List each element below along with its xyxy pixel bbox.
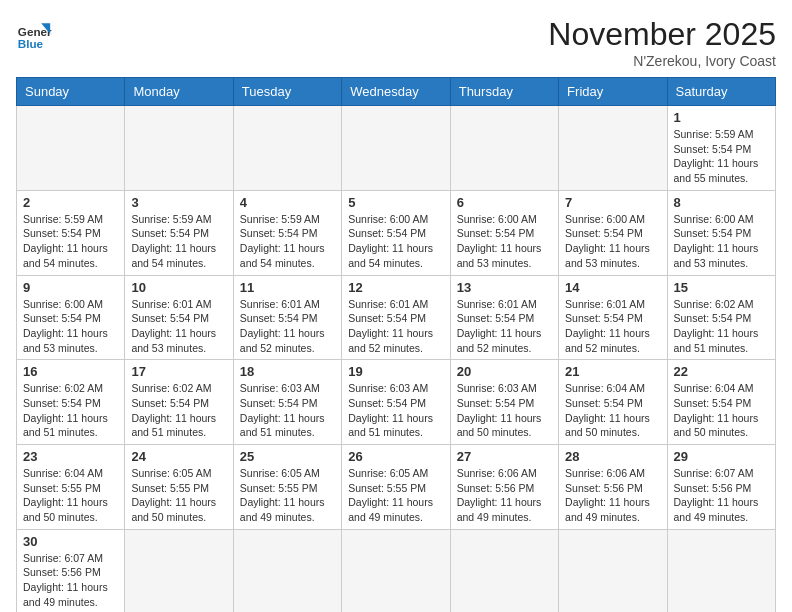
calendar-cell: 27Sunrise: 6:06 AMSunset: 5:56 PMDayligh…	[450, 445, 558, 530]
day-info: Sunrise: 6:06 AMSunset: 5:56 PMDaylight:…	[565, 466, 660, 525]
month-title: November 2025	[548, 16, 776, 53]
calendar-cell	[125, 106, 233, 191]
day-number: 11	[240, 280, 335, 295]
week-row-6: 30Sunrise: 6:07 AMSunset: 5:56 PMDayligh…	[17, 529, 776, 612]
day-number: 7	[565, 195, 660, 210]
week-row-1: 1Sunrise: 5:59 AMSunset: 5:54 PMDaylight…	[17, 106, 776, 191]
day-number: 18	[240, 364, 335, 379]
calendar-cell: 7Sunrise: 6:00 AMSunset: 5:54 PMDaylight…	[559, 190, 667, 275]
day-info: Sunrise: 6:05 AMSunset: 5:55 PMDaylight:…	[240, 466, 335, 525]
day-number: 8	[674, 195, 769, 210]
weekday-header-wednesday: Wednesday	[342, 78, 450, 106]
day-info: Sunrise: 5:59 AMSunset: 5:54 PMDaylight:…	[23, 212, 118, 271]
day-info: Sunrise: 6:00 AMSunset: 5:54 PMDaylight:…	[23, 297, 118, 356]
day-number: 30	[23, 534, 118, 549]
calendar-cell	[342, 529, 450, 612]
day-info: Sunrise: 6:02 AMSunset: 5:54 PMDaylight:…	[131, 381, 226, 440]
day-info: Sunrise: 5:59 AMSunset: 5:54 PMDaylight:…	[240, 212, 335, 271]
page-header: General Blue November 2025 N'Zerekou, Iv…	[16, 16, 776, 69]
calendar-cell: 2Sunrise: 5:59 AMSunset: 5:54 PMDaylight…	[17, 190, 125, 275]
day-number: 28	[565, 449, 660, 464]
day-info: Sunrise: 6:02 AMSunset: 5:54 PMDaylight:…	[23, 381, 118, 440]
day-info: Sunrise: 6:01 AMSunset: 5:54 PMDaylight:…	[457, 297, 552, 356]
day-info: Sunrise: 6:00 AMSunset: 5:54 PMDaylight:…	[348, 212, 443, 271]
calendar-cell: 23Sunrise: 6:04 AMSunset: 5:55 PMDayligh…	[17, 445, 125, 530]
day-number: 12	[348, 280, 443, 295]
day-info: Sunrise: 6:04 AMSunset: 5:54 PMDaylight:…	[565, 381, 660, 440]
title-block: November 2025 N'Zerekou, Ivory Coast	[548, 16, 776, 69]
calendar-cell	[125, 529, 233, 612]
calendar-cell: 17Sunrise: 6:02 AMSunset: 5:54 PMDayligh…	[125, 360, 233, 445]
calendar-cell: 22Sunrise: 6:04 AMSunset: 5:54 PMDayligh…	[667, 360, 775, 445]
day-number: 25	[240, 449, 335, 464]
day-number: 20	[457, 364, 552, 379]
calendar-cell: 21Sunrise: 6:04 AMSunset: 5:54 PMDayligh…	[559, 360, 667, 445]
weekday-header-saturday: Saturday	[667, 78, 775, 106]
day-info: Sunrise: 6:05 AMSunset: 5:55 PMDaylight:…	[131, 466, 226, 525]
calendar-cell: 13Sunrise: 6:01 AMSunset: 5:54 PMDayligh…	[450, 275, 558, 360]
day-info: Sunrise: 6:02 AMSunset: 5:54 PMDaylight:…	[674, 297, 769, 356]
day-info: Sunrise: 6:06 AMSunset: 5:56 PMDaylight:…	[457, 466, 552, 525]
calendar-cell: 5Sunrise: 6:00 AMSunset: 5:54 PMDaylight…	[342, 190, 450, 275]
calendar-cell	[233, 529, 341, 612]
day-info: Sunrise: 6:01 AMSunset: 5:54 PMDaylight:…	[565, 297, 660, 356]
day-number: 3	[131, 195, 226, 210]
day-number: 16	[23, 364, 118, 379]
calendar-cell	[667, 529, 775, 612]
calendar-cell: 16Sunrise: 6:02 AMSunset: 5:54 PMDayligh…	[17, 360, 125, 445]
day-number: 9	[23, 280, 118, 295]
calendar-cell: 15Sunrise: 6:02 AMSunset: 5:54 PMDayligh…	[667, 275, 775, 360]
day-number: 10	[131, 280, 226, 295]
day-number: 26	[348, 449, 443, 464]
svg-text:Blue: Blue	[18, 37, 44, 50]
calendar-cell	[450, 529, 558, 612]
calendar-table: SundayMondayTuesdayWednesdayThursdayFrid…	[16, 77, 776, 612]
day-info: Sunrise: 6:04 AMSunset: 5:54 PMDaylight:…	[674, 381, 769, 440]
weekday-header-tuesday: Tuesday	[233, 78, 341, 106]
day-number: 24	[131, 449, 226, 464]
calendar-cell: 12Sunrise: 6:01 AMSunset: 5:54 PMDayligh…	[342, 275, 450, 360]
logo-icon: General Blue	[16, 16, 52, 52]
calendar-cell: 1Sunrise: 5:59 AMSunset: 5:54 PMDaylight…	[667, 106, 775, 191]
day-number: 27	[457, 449, 552, 464]
calendar-cell	[342, 106, 450, 191]
day-number: 29	[674, 449, 769, 464]
day-number: 6	[457, 195, 552, 210]
day-info: Sunrise: 6:00 AMSunset: 5:54 PMDaylight:…	[674, 212, 769, 271]
calendar-cell: 18Sunrise: 6:03 AMSunset: 5:54 PMDayligh…	[233, 360, 341, 445]
day-info: Sunrise: 5:59 AMSunset: 5:54 PMDaylight:…	[674, 127, 769, 186]
calendar-cell: 3Sunrise: 5:59 AMSunset: 5:54 PMDaylight…	[125, 190, 233, 275]
day-number: 17	[131, 364, 226, 379]
weekday-header-row: SundayMondayTuesdayWednesdayThursdayFrid…	[17, 78, 776, 106]
logo: General Blue	[16, 16, 52, 52]
day-number: 1	[674, 110, 769, 125]
day-number: 23	[23, 449, 118, 464]
day-info: Sunrise: 6:01 AMSunset: 5:54 PMDaylight:…	[348, 297, 443, 356]
day-info: Sunrise: 6:01 AMSunset: 5:54 PMDaylight:…	[240, 297, 335, 356]
calendar-cell: 26Sunrise: 6:05 AMSunset: 5:55 PMDayligh…	[342, 445, 450, 530]
day-info: Sunrise: 6:03 AMSunset: 5:54 PMDaylight:…	[348, 381, 443, 440]
day-number: 5	[348, 195, 443, 210]
day-number: 13	[457, 280, 552, 295]
calendar-cell: 6Sunrise: 6:00 AMSunset: 5:54 PMDaylight…	[450, 190, 558, 275]
day-info: Sunrise: 6:04 AMSunset: 5:55 PMDaylight:…	[23, 466, 118, 525]
calendar-cell: 8Sunrise: 6:00 AMSunset: 5:54 PMDaylight…	[667, 190, 775, 275]
calendar-cell	[559, 529, 667, 612]
day-info: Sunrise: 5:59 AMSunset: 5:54 PMDaylight:…	[131, 212, 226, 271]
calendar-cell	[17, 106, 125, 191]
calendar-cell: 11Sunrise: 6:01 AMSunset: 5:54 PMDayligh…	[233, 275, 341, 360]
calendar-cell: 29Sunrise: 6:07 AMSunset: 5:56 PMDayligh…	[667, 445, 775, 530]
day-number: 21	[565, 364, 660, 379]
calendar-cell	[450, 106, 558, 191]
day-info: Sunrise: 6:07 AMSunset: 5:56 PMDaylight:…	[23, 551, 118, 610]
calendar-cell: 20Sunrise: 6:03 AMSunset: 5:54 PMDayligh…	[450, 360, 558, 445]
calendar-cell: 30Sunrise: 6:07 AMSunset: 5:56 PMDayligh…	[17, 529, 125, 612]
week-row-2: 2Sunrise: 5:59 AMSunset: 5:54 PMDaylight…	[17, 190, 776, 275]
weekday-header-thursday: Thursday	[450, 78, 558, 106]
day-info: Sunrise: 6:00 AMSunset: 5:54 PMDaylight:…	[565, 212, 660, 271]
location: N'Zerekou, Ivory Coast	[548, 53, 776, 69]
calendar-cell: 10Sunrise: 6:01 AMSunset: 5:54 PMDayligh…	[125, 275, 233, 360]
weekday-header-sunday: Sunday	[17, 78, 125, 106]
calendar-cell: 28Sunrise: 6:06 AMSunset: 5:56 PMDayligh…	[559, 445, 667, 530]
day-info: Sunrise: 6:03 AMSunset: 5:54 PMDaylight:…	[240, 381, 335, 440]
